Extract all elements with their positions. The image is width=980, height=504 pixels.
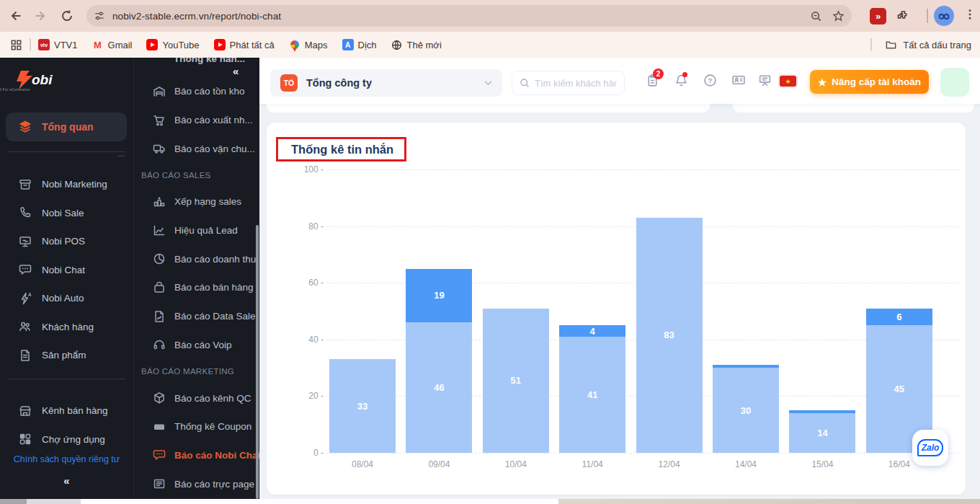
url-text[interactable]: nobiv2-stable.ecrm.vn/report/nobi-chat (112, 11, 281, 22)
bookmark-item[interactable]: Phát tất cả (214, 39, 275, 50)
report-menu-item[interactable]: Báo cáo trực page (134, 469, 259, 498)
bookmark-item[interactable]: vtvVTV1 (38, 39, 78, 50)
report-menu-item[interactable]: Thống kê Coupon (134, 412, 259, 441)
report-menu-item-active[interactable]: Báo cáo Nobi Chat (134, 441, 259, 470)
bolt-icon: A (19, 292, 32, 305)
report-menu-item[interactable]: Báo cáo tồn kho (134, 77, 259, 106)
bookmark-label: Gmail (108, 40, 133, 50)
bookmark-star-icon[interactable] (832, 10, 845, 22)
y-axis-tick: 80 - (292, 221, 324, 231)
sidebar-item-label: Sản phẩm (42, 350, 86, 361)
svg-text:?: ? (708, 76, 713, 84)
phone-icon (19, 206, 32, 219)
bar-value-label: 30 (741, 405, 751, 416)
pos-icon (19, 235, 32, 248)
report-menu-item[interactable]: Báo cáo Data Sale (134, 302, 259, 331)
bookmark-item[interactable]: Thẻ mới (391, 39, 442, 50)
report-menu-item[interactable]: Hiệu quả Lead (134, 216, 259, 245)
user-avatar[interactable] (940, 68, 969, 97)
menu-item-label: Báo cáo bán hàng (174, 282, 254, 293)
browser-toolbar: nobiv2-stable.ecrm.vn/report/nobi-chat »… (0, 0, 980, 32)
report-menu-item[interactable]: Báo cáo xuất nh... (134, 106, 259, 135)
screen-share-icon[interactable] (731, 74, 746, 87)
sidebar-item[interactable]: ANobi Auto (0, 284, 133, 313)
bookmarks-separator (870, 38, 872, 51)
clipboard-badge: 2 (653, 68, 664, 79)
zoom-out-icon[interactable] (810, 10, 822, 22)
sidebar-item-label: Nobi Sale (42, 208, 84, 218)
archive-icon (19, 178, 32, 191)
sidebar-item[interactable]: Nobi Sale (0, 199, 133, 228)
overflow-dots: ... (117, 149, 125, 159)
menu-item-label: Báo cáo doanh thu (174, 254, 256, 265)
pie-icon (153, 252, 166, 265)
extensions-puzzle-icon[interactable] (895, 8, 909, 22)
report-menu-item[interactable]: Báo cáo Voip (134, 331, 259, 360)
report-menu-item[interactable]: Xếp hạng sales (134, 187, 259, 216)
layers-icon (19, 120, 32, 133)
report-menu-item[interactable]: Báo cáo doanh thu (134, 244, 259, 273)
bookmark-item[interactable]: Maps (289, 39, 328, 50)
help-icon[interactable]: ? (703, 74, 717, 87)
extension-red-icon[interactable]: » (870, 8, 886, 25)
bookmark-item[interactable]: MGmail (92, 39, 133, 50)
notifications-bell-icon[interactable] (674, 74, 688, 87)
logo-text: obi (32, 72, 53, 88)
forward-button[interactable] (30, 5, 52, 27)
bar-value-label: 46 (434, 382, 444, 393)
sidebar-collapse-button[interactable]: « (0, 474, 133, 487)
sidebar-item[interactable]: Nobi Marketing (0, 170, 133, 199)
privacy-policy-link[interactable]: Chính sách quyền riêng tư (0, 454, 133, 464)
reload-button[interactable] (56, 5, 78, 27)
gridline (327, 453, 960, 454)
all-bookmarks-label[interactable]: Tất cả dấu trang (903, 40, 971, 50)
sidebar-item-tong-quan[interactable]: Tổng quan (6, 112, 127, 141)
bar-value-label: 51 (511, 375, 521, 386)
sidebar-item[interactable]: Nobi Chat (0, 256, 133, 285)
rank-icon (153, 195, 166, 208)
url-bar[interactable]: nobiv2-stable.ecrm.vn/report/nobi-chat (86, 5, 852, 27)
divider (7, 379, 125, 379)
profile-avatar[interactable] (934, 6, 954, 26)
zalo-chat-widget[interactable]: Zalo (912, 430, 948, 466)
bar-segment-dark: 19 (406, 269, 472, 323)
chat-icon (153, 448, 166, 461)
y-axis-tick: 100 - (292, 164, 324, 174)
card-remnant (733, 104, 974, 112)
menu-item-label: Báo cáo Data Sale (174, 311, 256, 322)
sidebar-item[interactable]: Chợ ứng dụng (0, 425, 133, 454)
toolbar-separator (927, 9, 928, 23)
menu-section-header: BÁO CÁO SALES (134, 163, 259, 187)
submenu-collapse-button[interactable]: « (233, 65, 239, 77)
logo-subtitle: All For eCommerce (0, 88, 30, 92)
sidebar-item[interactable]: Kênh bán hàng (0, 397, 133, 425)
report-menu-item[interactable]: Báo cáo bán hàng (134, 273, 259, 302)
browser-menu-icon[interactable]: ⋮ (964, 7, 976, 21)
sidebar-item[interactable]: Nobi POS (0, 227, 133, 256)
report-menu-item[interactable]: Báo cáo kênh QC (134, 384, 259, 412)
sidebar-item[interactable]: Khách hàng (0, 313, 133, 342)
customer-search-input[interactable]: Tìm kiếm khách hàng... (512, 71, 625, 95)
bell-dot (682, 72, 687, 77)
zalo-label: Zalo (917, 439, 944, 456)
vietnam-flag-icon[interactable]: ★ (780, 76, 796, 87)
tasks-clipboard-icon[interactable]: 2 (646, 74, 659, 87)
report-menu-item[interactable]: Báo cáo vận chu... (134, 134, 259, 163)
bookmarks-bar: vtvVTV1MGmailYouTubePhát tất cảMapsADịch… (0, 32, 980, 58)
menu-item-label: Báo cáo Voip (174, 340, 232, 350)
tune-icon[interactable] (94, 10, 105, 22)
bookmark-item[interactable]: YouTube (146, 39, 199, 50)
apps-grid-icon[interactable] (10, 39, 22, 51)
sidebar-item[interactable]: Sản phẩm (0, 341, 133, 370)
bookmark-item[interactable]: ADịch (342, 39, 377, 50)
presentation-board-icon[interactable] (758, 74, 772, 87)
ticket-icon (153, 420, 166, 433)
upgrade-account-button[interactable]: ★ Nâng cấp tài khoản (810, 70, 929, 94)
bar-segment-light: 30 (713, 368, 779, 453)
message-stats-card: Thống kê tin nhắn 0 -20 -40 -60 -80 -100… (267, 123, 966, 495)
sidebar-scrollbar-thumb[interactable] (256, 225, 259, 499)
bar-value-label: 83 (664, 330, 674, 340)
back-button[interactable] (4, 5, 26, 27)
youtube-icon (214, 39, 226, 50)
org-selector[interactable]: TỔ Tổng công ty (270, 69, 502, 97)
